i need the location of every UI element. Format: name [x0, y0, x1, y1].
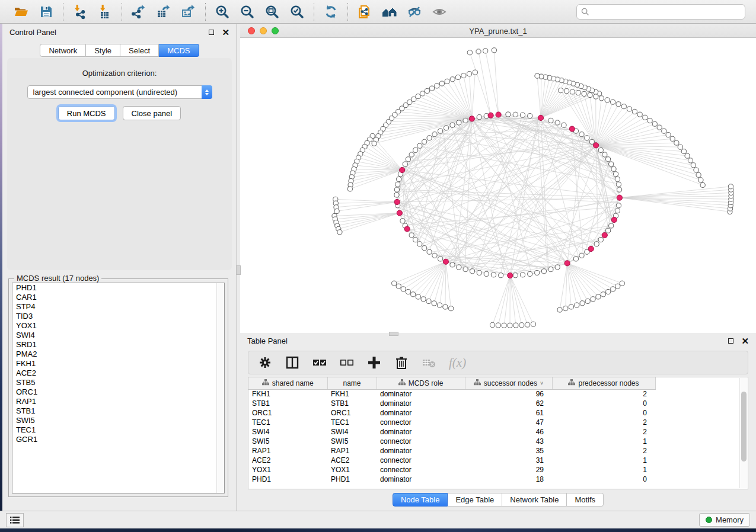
- column-header-successor-nodes[interactable]: successor nodes˅: [465, 377, 552, 389]
- table-row[interactable]: STB1STB1dominator620: [248, 399, 655, 408]
- mcds-result-item[interactable]: SRD1: [12, 340, 224, 350]
- table-cell[interactable]: 43: [465, 437, 552, 446]
- table-cell[interactable]: ACE2: [248, 456, 327, 465]
- deselect-all-icon[interactable]: [340, 355, 354, 370]
- table-cell[interactable]: ACE2: [327, 456, 377, 465]
- table-cell[interactable]: PHD1: [327, 475, 377, 484]
- table-cell[interactable]: 0: [552, 399, 655, 408]
- mcds-result-item[interactable]: ORC1: [12, 387, 224, 397]
- zoom-out-icon[interactable]: [237, 3, 257, 21]
- columns-icon[interactable]: [285, 355, 299, 370]
- task-history-button[interactable]: [6, 513, 24, 527]
- zoom-fit-icon[interactable]: [262, 3, 282, 21]
- zoom-in-icon[interactable]: [212, 3, 232, 21]
- table-cell[interactable]: 61: [465, 408, 552, 418]
- table-cell[interactable]: connector: [377, 456, 465, 465]
- table-cell[interactable]: 2: [552, 418, 655, 427]
- mcds-result-item[interactable]: FKH1: [12, 359, 224, 368]
- eye-icon[interactable]: [429, 3, 449, 21]
- export-network-icon[interactable]: [129, 3, 149, 21]
- table-cell[interactable]: FKH1: [248, 389, 327, 399]
- tab-motifs[interactable]: Motifs: [567, 493, 604, 507]
- table-cell[interactable]: STB1: [327, 399, 377, 408]
- gear-icon[interactable]: [258, 355, 272, 370]
- column-header-predecessor-nodes[interactable]: predecessor nodes: [552, 377, 655, 389]
- delete-icon[interactable]: [394, 355, 409, 370]
- window-minimize-icon[interactable]: [260, 27, 267, 34]
- table-cell[interactable]: RAP1: [327, 446, 377, 456]
- table-cell[interactable]: 1: [552, 456, 655, 465]
- column-header-shared-name[interactable]: shared name: [248, 377, 327, 389]
- table-row[interactable]: ORC1ORC1dominator610: [248, 408, 655, 418]
- hide-glasses-icon[interactable]: [404, 3, 425, 21]
- tab-select[interactable]: Select: [120, 44, 159, 57]
- table-cell[interactable]: ORC1: [248, 408, 327, 418]
- tab-mcds[interactable]: MCDS: [159, 44, 199, 57]
- optimization-criterion-select[interactable]: largest connected component (undirected): [27, 85, 212, 99]
- table-cell[interactable]: 1: [552, 465, 655, 475]
- table-cell[interactable]: 29: [465, 465, 552, 475]
- table-cell[interactable]: SWI4: [327, 427, 377, 437]
- table-cell[interactable]: 96: [465, 389, 552, 399]
- save-icon[interactable]: [36, 3, 56, 21]
- table-cell[interactable]: 0: [552, 408, 655, 418]
- table-cell[interactable]: 18: [465, 475, 552, 484]
- mcds-result-item[interactable]: STB5: [12, 378, 224, 387]
- mcds-result-item[interactable]: CAR1: [12, 293, 224, 302]
- add-icon[interactable]: [367, 355, 381, 370]
- table-cell[interactable]: dominator: [377, 389, 465, 399]
- table-row[interactable]: SWI4SWI4dominator462: [248, 427, 655, 437]
- network-canvas[interactable]: [240, 38, 756, 332]
- table-cell[interactable]: SWI5: [248, 437, 327, 446]
- table-row[interactable]: PHD1PHD1dominator180: [248, 475, 655, 484]
- table-cell[interactable]: 62: [465, 399, 552, 408]
- network-window-titlebar[interactable]: YPA_prune.txt_1: [240, 24, 756, 38]
- table-cell[interactable]: PHD1: [248, 475, 327, 484]
- mcds-result-item[interactable]: ACE2: [12, 368, 224, 378]
- window-close-icon[interactable]: [248, 27, 255, 34]
- table-cell[interactable]: 2: [552, 389, 655, 399]
- mcds-result-list[interactable]: PHD1CAR1STP4TID3YOX1SWI4SRD1PMA2FKH1ACE2…: [12, 283, 225, 493]
- window-maximize-icon[interactable]: [272, 27, 279, 34]
- table-cell[interactable]: 47: [465, 418, 552, 427]
- table-cell[interactable]: connector: [377, 418, 465, 427]
- table-row[interactable]: ACE2ACE2connector311: [248, 456, 655, 465]
- table-cell[interactable]: dominator: [377, 399, 465, 408]
- mcds-result-item[interactable]: SWI4: [12, 331, 224, 340]
- table-cell[interactable]: 2: [552, 446, 655, 456]
- tab-style[interactable]: Style: [86, 44, 120, 57]
- column-header-name[interactable]: name: [327, 377, 377, 389]
- mcds-result-item[interactable]: TEC1: [12, 425, 224, 435]
- houses-icon[interactable]: [379, 3, 400, 21]
- vertical-splitter-grip[interactable]: [236, 265, 241, 275]
- mcds-result-item[interactable]: YOX1: [12, 321, 224, 331]
- table-cell[interactable]: dominator: [377, 475, 465, 484]
- table-cell[interactable]: SWI4: [248, 427, 327, 437]
- table-cell[interactable]: dominator: [377, 427, 465, 437]
- tab-network-table[interactable]: Network Table: [502, 493, 567, 507]
- table-cell[interactable]: 35: [465, 446, 552, 456]
- mcds-result-item[interactable]: PHD1: [12, 283, 224, 293]
- table-scrollbar[interactable]: [739, 378, 747, 488]
- refresh-icon[interactable]: [321, 3, 341, 21]
- import-table-icon[interactable]: [95, 3, 115, 21]
- export-table-icon[interactable]: [154, 3, 174, 21]
- table-cell[interactable]: ORC1: [327, 408, 377, 418]
- table-row[interactable]: FKH1FKH1dominator962: [248, 389, 655, 399]
- column-header-MCDS-role[interactable]: MCDS role: [377, 377, 465, 389]
- select-all-icon[interactable]: [312, 355, 327, 370]
- memory-button[interactable]: Memory: [699, 513, 750, 527]
- run-mcds-button[interactable]: Run MCDS: [58, 106, 115, 120]
- close-panel-icon[interactable]: ✕: [222, 28, 229, 37]
- table-cell[interactable]: 2: [552, 427, 655, 437]
- table-row[interactable]: RAP1RAP1dominator352: [248, 446, 655, 456]
- table-cell[interactable]: dominator: [377, 446, 465, 456]
- float-panel-icon[interactable]: [209, 30, 214, 35]
- table-row[interactable]: SWI5SWI5connector431: [248, 437, 655, 446]
- mcds-result-item[interactable]: GCR1: [12, 435, 224, 444]
- table-cell[interactable]: 46: [465, 427, 552, 437]
- mcds-result-item[interactable]: PMA2: [12, 350, 224, 359]
- export-image-icon[interactable]: [178, 3, 199, 21]
- table-cell[interactable]: connector: [377, 437, 465, 446]
- mcds-list-scrollbar[interactable]: [216, 283, 224, 493]
